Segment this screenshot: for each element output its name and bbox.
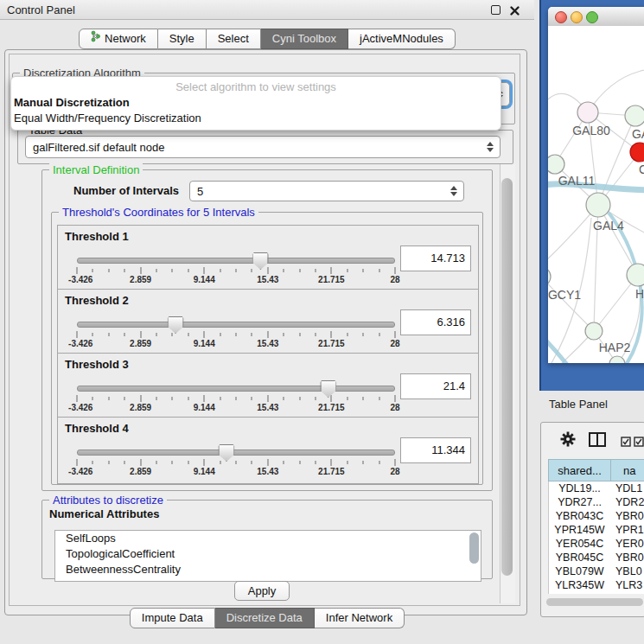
close-traffic-light[interactable]	[555, 11, 567, 23]
table-data-groupbox: Table Data galFiltered.sif default node	[17, 130, 513, 164]
attributes-group-title: Attributes to discretize	[49, 494, 167, 507]
threshold-block: Threshold 1-3.4262.8599.14415.4321.71528…	[57, 225, 479, 292]
list-item[interactable]: SelfLoops	[55, 531, 481, 546]
cell-name[interactable]: YIL0	[610, 592, 644, 594]
checkbox-icon[interactable]	[634, 435, 644, 450]
list-item[interactable]: TopologicalCoefficient	[55, 546, 481, 562]
column-header-shared-name[interactable]: shared...	[548, 459, 610, 481]
cell-name[interactable]: YBL0	[610, 564, 644, 578]
slider-track[interactable]	[77, 258, 395, 264]
apply-button[interactable]: Apply	[234, 581, 290, 601]
threshold-block: Threshold 3-3.4262.8599.14415.4321.71528…	[57, 353, 479, 420]
network-node-label: C	[639, 163, 644, 176]
slider-scale-labels: -3.4262.8599.14415.4321.71528	[77, 403, 395, 413]
num-intervals-combobox[interactable]: 5	[189, 181, 464, 201]
dropdown-item-equal-width[interactable]: Equal Width/Frequency Discretization	[13, 112, 201, 124]
cell-name[interactable]: YLR3	[610, 578, 644, 592]
column-header-name[interactable]: na	[610, 459, 644, 481]
cell-name[interactable]: YDL1	[610, 481, 644, 495]
cell-shared-name[interactable]: YBR043C	[549, 509, 610, 523]
network-node[interactable]	[577, 102, 598, 123]
control-panel-titlebar: Control Panel	[0, 0, 534, 20]
slider-scale-labels: -3.4262.8599.14415.4321.71528	[77, 339, 395, 349]
gear-icon[interactable]	[560, 431, 576, 450]
cell-shared-name[interactable]: YER054C	[549, 537, 610, 551]
table-row[interactable]: YDR27...YDR2	[549, 495, 644, 509]
slider-track[interactable]	[77, 386, 395, 392]
list-item[interactable]: BetweennessCentrality	[55, 562, 481, 577]
table-row[interactable]: YLR345WYLR3	[549, 578, 644, 592]
panel-scrollbar-thumb[interactable]	[501, 178, 513, 576]
table-row[interactable]: YBR045CYBR0	[549, 551, 644, 564]
tab-jactivemnodules[interactable]: jActiveMNodules	[348, 29, 456, 49]
horizontal-scrollbar-thumb[interactable]	[546, 598, 643, 606]
network-node[interactable]	[548, 155, 564, 174]
table-data-combobox[interactable]: galFiltered.sif default node	[25, 136, 501, 158]
tab-cyni-toolbox[interactable]: Cyni Toolbox	[261, 29, 348, 49]
threshold-value-field[interactable]: 11.344	[400, 437, 471, 463]
tab-discretize-data[interactable]: Discretize Data	[215, 608, 315, 628]
checkbox-icon[interactable]	[621, 435, 631, 450]
table-toolbar	[541, 423, 644, 457]
network-node[interactable]	[630, 143, 644, 162]
table-row[interactable]: YIL052CYIL0	[549, 592, 644, 594]
threshold-slider[interactable]: -3.4262.8599.14415.4321.71528	[77, 316, 395, 350]
interval-definition-title: Interval Definition	[49, 163, 143, 176]
cell-shared-name[interactable]: YDR27...	[549, 495, 610, 509]
threshold-label: Threshold 2	[65, 294, 129, 307]
tab-network[interactable]: Network	[79, 29, 158, 49]
numerical-attributes-list[interactable]: SelfLoops TopologicalCoefficient Between…	[54, 530, 481, 582]
cell-shared-name[interactable]: YBL079W	[549, 564, 610, 578]
columns-icon[interactable]	[589, 432, 606, 450]
threshold-slider[interactable]: -3.4262.8599.14415.4321.71528	[77, 379, 395, 414]
bottom-tabs: Impute Data Discretize Data Infer Networ…	[0, 608, 534, 628]
cell-shared-name[interactable]: YLR345W	[549, 578, 610, 592]
threshold-value-field[interactable]: 21.4	[400, 373, 471, 399]
network-node[interactable]	[586, 193, 610, 217]
slider-scale-labels: -3.4262.8599.14415.4321.71528	[77, 467, 395, 477]
cell-shared-name[interactable]: YPR145W	[549, 523, 610, 537]
list-scrollbar[interactable]	[469, 532, 479, 564]
threshold-block: Threshold 2-3.4262.8599.14415.4321.71528…	[57, 289, 479, 356]
tab-impute-data[interactable]: Impute Data	[130, 608, 215, 628]
cell-name[interactable]: YBR0	[610, 509, 644, 523]
network-window-titlebar[interactable]	[548, 7, 644, 27]
float-window-icon[interactable]	[490, 4, 501, 16]
network-node[interactable]	[548, 267, 551, 286]
threshold-value-field[interactable]: 14.713	[400, 245, 471, 271]
cell-name[interactable]: YBR0	[610, 551, 644, 564]
cell-shared-name[interactable]: YIL052C	[549, 592, 610, 594]
table-row[interactable]: YBL079WYBL0	[549, 564, 644, 578]
tab-infer-network[interactable]: Infer Network	[315, 608, 405, 628]
threshold-value-field[interactable]: 6.316	[400, 309, 471, 335]
table-row[interactable]: YPR145WYPR1	[549, 523, 644, 537]
tab-style[interactable]: Style	[158, 29, 207, 49]
threshold-slider[interactable]: -3.4262.8599.14415.4321.71528	[77, 252, 395, 286]
dropdown-item-manual[interactable]: Manual Discretization	[13, 96, 130, 109]
network-node-label: GCY1	[548, 288, 581, 302]
table-row[interactable]: YDL19...YDL1	[549, 481, 644, 495]
zoom-traffic-light[interactable]	[586, 11, 598, 23]
cell-name[interactable]: YPR1	[610, 523, 644, 537]
slider-track[interactable]	[77, 450, 395, 456]
slider-scale-labels: -3.4262.8599.14415.4321.71528	[77, 275, 395, 285]
network-node[interactable]	[625, 105, 644, 126]
tab-select[interactable]: Select	[207, 29, 261, 49]
cell-name[interactable]: YDR2	[610, 495, 644, 509]
table-row[interactable]: YER054CYER0	[549, 537, 644, 551]
dropdown-placeholder: Select algorithm to view settings	[11, 80, 501, 93]
cell-shared-name[interactable]: YBR045C	[549, 551, 610, 564]
cell-name[interactable]: YER0	[610, 537, 644, 551]
table-panel: shared... na YDL19...YDL1YDR27...YDR2YBR…	[540, 422, 644, 617]
network-node[interactable]	[627, 264, 644, 286]
threshold-slider[interactable]: -3.4262.8599.14415.4321.71528	[77, 443, 395, 478]
close-icon[interactable]	[509, 4, 520, 16]
cell-shared-name[interactable]: YDL19...	[549, 481, 610, 495]
numerical-attributes-label: Numerical Attributes	[49, 507, 159, 520]
network-canvas[interactable]: GAL80GACGAL11GAL4GCY1HHAP2	[548, 26, 644, 363]
minimize-traffic-light[interactable]	[571, 11, 583, 23]
table-row[interactable]: YBR043CYBR0	[549, 509, 644, 523]
network-node[interactable]	[585, 322, 603, 340]
network-node[interactable]	[609, 356, 625, 363]
slider-track[interactable]	[77, 322, 395, 328]
